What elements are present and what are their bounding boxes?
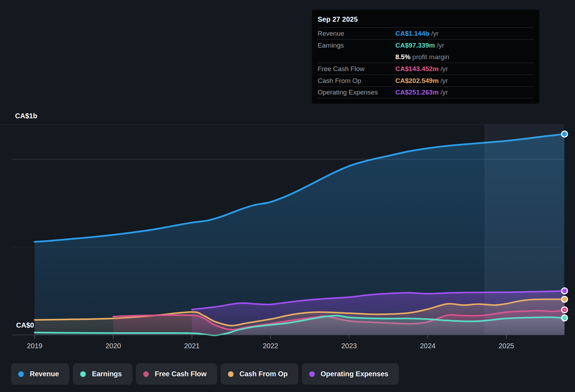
legend-item-free-cash-flow[interactable]: Free Cash Flow: [136, 363, 217, 385]
legend-label: Operating Expenses: [321, 370, 388, 378]
tooltip-value: CA$202.549m /yr: [395, 77, 534, 85]
earnings-dot-icon: [80, 371, 86, 377]
legend-item-revenue[interactable]: Revenue: [11, 363, 69, 385]
x-axis-label-2019: 2019: [21, 342, 49, 350]
tooltip-date: Sep 27 2025: [318, 10, 534, 27]
tooltip-label: Revenue: [318, 30, 395, 37]
operating-expenses-end-dot: [562, 288, 568, 294]
tooltip-label: Cash From Op: [318, 77, 395, 85]
tooltip-value: CA$143.452m /yr: [395, 65, 534, 73]
tooltip-value: 8.5% profit margin: [395, 53, 534, 61]
legend-item-cash-from-op[interactable]: Cash From Op: [221, 363, 298, 385]
tooltip-label: Free Cash Flow: [318, 65, 395, 73]
tooltip-row-revenue: Revenue CA$1.144b /yr: [318, 27, 534, 39]
y-axis-label-zero: CA$0: [16, 321, 34, 329]
revenue-dot-icon: [18, 371, 24, 377]
revenue-end-dot: [562, 131, 568, 137]
tooltip-label: Operating Expenses: [318, 89, 395, 96]
tooltip-value: CA$251.263m /yr: [395, 89, 534, 96]
tooltip-row-operating-expenses: Operating Expenses CA$251.263m /yr: [318, 86, 534, 98]
tooltip-row-free-cash-flow: Free Cash Flow CA$143.452m /yr: [318, 63, 534, 75]
y-axis-label-max: CA$1b: [15, 112, 37, 120]
free-cash-flow-dot-icon: [143, 371, 149, 377]
tooltip-row-margin: 8.5% profit margin: [318, 51, 534, 63]
x-axis-label-2023: 2023: [335, 342, 363, 350]
legend-label: Cash From Op: [240, 370, 288, 378]
tooltip-row-earnings: Earnings CA$97.339m /yr: [318, 39, 534, 51]
page: { "tooltip": { "date": "Sep 27 2025", "r…: [0, 0, 575, 392]
legend-item-operating-expenses[interactable]: Operating Expenses: [302, 363, 399, 385]
free-cash-flow-end-dot: [562, 307, 568, 313]
operating-expenses-dot-icon: [309, 371, 315, 377]
tooltip-row-cash-from-op: Cash From Op CA$202.549m /yr: [318, 75, 534, 86]
legend: Revenue Earnings Free Cash Flow Cash Fro…: [11, 363, 399, 385]
x-axis-label-2021: 2021: [178, 342, 206, 350]
x-axis-label-2020: 2020: [99, 342, 127, 350]
legend-label: Earnings: [92, 370, 122, 378]
chart-tooltip: Sep 27 2025 Revenue CA$1.144b /yr Earnin…: [312, 10, 539, 104]
x-axis-label-2022: 2022: [257, 342, 285, 350]
cash-from-op-dot-icon: [228, 371, 234, 377]
cash-from-op-end-dot: [562, 296, 568, 302]
x-axis-label-2024: 2024: [414, 342, 442, 350]
earnings-end-dot: [562, 315, 568, 321]
legend-label: Free Cash Flow: [155, 370, 207, 378]
legend-item-earnings[interactable]: Earnings: [73, 363, 132, 385]
tooltip-value: CA$97.339m /yr: [395, 42, 534, 49]
legend-label: Revenue: [30, 370, 59, 378]
last-12m-band: [485, 125, 564, 335]
x-axis-label-2025: 2025: [492, 342, 520, 350]
tooltip-label: Earnings: [318, 42, 395, 49]
tooltip-value: CA$1.144b /yr: [395, 30, 534, 37]
